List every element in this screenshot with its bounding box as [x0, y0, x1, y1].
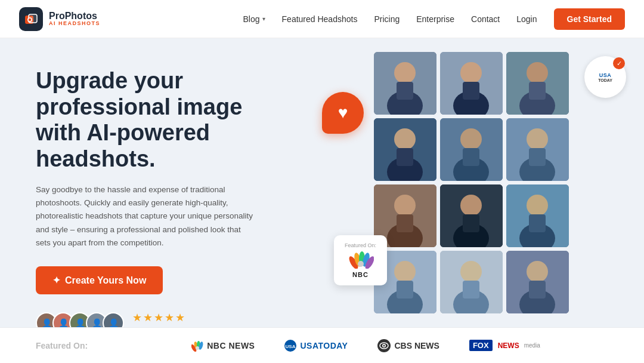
featured-bar-label: Featured On:	[36, 341, 88, 350]
svg-text:USA: USA	[286, 344, 296, 349]
nbc-news-label: NBC NEWS	[207, 341, 255, 350]
nav-enterprise[interactable]: Enterprise	[416, 14, 454, 24]
cbs-news-logo: CBS NEWS	[377, 339, 439, 352]
cbs-eye-icon	[377, 339, 391, 352]
nav-blog[interactable]: Blog ▾	[243, 14, 265, 24]
usa-today-logo: USA USATODAY	[284, 340, 348, 352]
customer-count: 30,000+ happy customers	[132, 325, 222, 327]
proof-text: ★★★★★ 30,000+ happy customers	[132, 311, 222, 327]
logo-text: ProPhotos AI HEADSHOTS	[49, 11, 100, 27]
cta-button[interactable]: ✦ Create Yours Now	[36, 266, 163, 294]
heart-icon: ♥	[338, 103, 348, 122]
usa-today-badge: ✓ USA TODAY	[584, 56, 626, 98]
usa-today-icon: USA	[284, 340, 296, 352]
featured-on-label: Featured On:	[345, 242, 376, 248]
hero-subtext: Say goodbye to the hassle and expense of…	[36, 183, 256, 250]
checkmark-icon: ✓	[613, 57, 625, 69]
nbc-news-logo: NBC NEWS	[191, 340, 255, 352]
social-proof: 👤 👤 👤 👤 👤 ★★★★★ 30,000+ happy customers	[36, 311, 256, 327]
svg-rect-48	[506, 251, 569, 313]
usa-today-line2: TODAY	[598, 78, 612, 82]
logo[interactable]: ProPhotos AI HEADSHOTS	[19, 7, 100, 31]
star-rating: ★★★★★	[132, 311, 222, 324]
photo-cell	[506, 251, 569, 313]
nav-links: Blog ▾ Featured Headshots Pricing Enterp…	[243, 8, 625, 30]
nav-featured-headshots[interactable]: Featured Headshots	[282, 14, 358, 24]
nav-contact[interactable]: Contact	[471, 14, 500, 24]
news-label: NEWS	[498, 342, 519, 350]
usa-today-line1: USA	[599, 72, 612, 78]
nbc-text: NBC	[352, 271, 369, 278]
featured-bar: Featured On: NBC NEWS USA USATODAY	[0, 327, 644, 363]
chat-bubble: ♥	[322, 92, 364, 134]
cbs-news-label: CBS NEWS	[394, 341, 439, 350]
media-label: media	[524, 342, 540, 349]
navbar: ProPhotos AI HEADSHOTS Blog ▾ Featured H…	[0, 0, 644, 38]
svg-point-3	[29, 18, 31, 20]
svg-point-57	[358, 261, 364, 267]
svg-point-68	[383, 344, 385, 346]
nav-pricing[interactable]: Pricing	[374, 14, 400, 24]
svg-point-49	[527, 261, 548, 282]
nbc-badge: Featured On: NBC	[334, 235, 387, 285]
usa-today-label: USATODAY	[300, 341, 348, 350]
hero-heading: Upgrade your professional image with AI-…	[36, 68, 256, 173]
nbc-peacock-icon	[191, 340, 203, 352]
wand-icon: ✦	[52, 275, 60, 286]
media-logos: NBC NEWS USA USATODAY CBS NEWS FOX NEWS …	[123, 339, 608, 352]
avatars: 👤 👤 👤 👤 👤	[36, 312, 124, 327]
svg-rect-51	[529, 281, 546, 299]
svg-point-50	[519, 290, 555, 313]
cta-label: Create Yours Now	[65, 275, 146, 286]
nbc-peacock-icon	[348, 251, 374, 269]
photo-grid	[374, 52, 569, 313]
chevron-down-icon: ▾	[262, 16, 265, 22]
fox-label: FOX	[469, 340, 493, 351]
avatar: 👤	[103, 312, 124, 327]
hero-section: Upgrade your professional image with AI-…	[0, 38, 644, 327]
get-started-button[interactable]: Get Started	[554, 8, 625, 30]
brand-subtitle: AI HEADSHOTS	[49, 21, 100, 27]
logo-icon	[19, 7, 43, 31]
fox-news-logo: FOX NEWS media	[469, 340, 540, 351]
hero-left: Upgrade your professional image with AI-…	[0, 38, 286, 327]
hero-right: ♥	[286, 38, 644, 327]
nav-login[interactable]: Login	[516, 14, 537, 24]
svg-point-62	[196, 346, 199, 350]
brand-name: ProPhotos	[49, 11, 100, 21]
